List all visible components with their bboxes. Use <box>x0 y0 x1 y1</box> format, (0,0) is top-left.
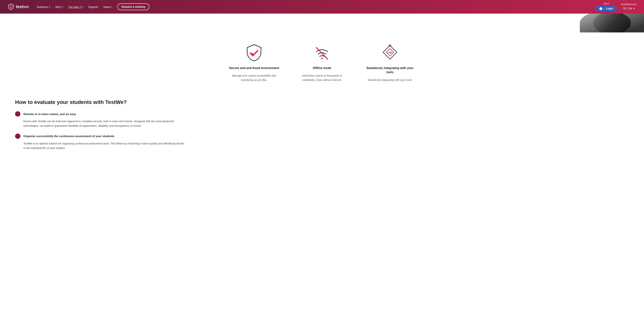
how-item-continuous-desc: TestWe is an optimal solution for organi… <box>15 141 185 150</box>
how-item-remote: Remote or in-class exams, just as easy E… <box>15 111 629 128</box>
lms-integration-icon: LMS <box>380 44 400 63</box>
feature-lms: LMS Seamlessly integrating with your too… <box>364 44 416 82</box>
navbar: testwe Solutions ▾ Why ? For who ? ▾ Sup… <box>0 0 644 13</box>
how-item-remote-title: Remote or in-class exams, just as easy <box>24 112 76 116</box>
how-item-remote-desc: Exams with TestWe can be built and organ… <box>15 119 185 128</box>
chevron-down-icon: ▾ <box>49 6 50 8</box>
shield-check-icon <box>244 44 264 63</box>
navbar-links: Solutions ▾ Why ? For who ? ▾ Support Ne… <box>36 3 596 10</box>
login-icon: ⬤→ <box>599 7 605 10</box>
chevron-down-icon-news: ▾ <box>111 6 112 8</box>
how-item-remote-header: Remote or in-class exams, just as easy <box>15 111 629 117</box>
how-section-title: How to evaluate your students with TestW… <box>15 99 629 105</box>
hero-image <box>580 13 644 32</box>
logo-text: testwe <box>16 4 29 9</box>
logo-icon <box>8 3 14 10</box>
svg-text:LMS: LMS <box>388 51 392 54</box>
nav-why[interactable]: Why ? <box>55 5 64 8</box>
establishments-label: Establishments <box>621 3 636 6</box>
feature-secure-desc: Manage your exams accessibility and moni… <box>228 73 280 82</box>
language-selector[interactable]: 🇬🇧 EN ▾ <box>623 6 634 10</box>
svg-point-0 <box>321 58 323 59</box>
wifi-off-icon <box>312 44 332 63</box>
how-item-continuous-title: Organize successfully the continuous ass… <box>24 134 114 138</box>
chevron-down-icon-lang: ▾ <box>633 7 634 10</box>
request-meeting-button[interactable]: Request a meeting <box>118 3 149 10</box>
navbar-right: Users ⬤→ Login Establishments 🇬🇧 EN ▾ <box>596 2 636 11</box>
nav-news[interactable]: News ▾ <box>104 5 112 8</box>
features-section: Secure and anti-fraud environment Manage… <box>0 32 644 91</box>
how-dot-continuous <box>15 134 20 139</box>
establishments-group: Establishments 🇬🇧 EN ▾ <box>621 3 636 10</box>
how-dot-remote <box>15 111 20 117</box>
hero-image-area <box>0 13 644 32</box>
nav-forwho[interactable]: For who ? ▾ <box>68 5 83 8</box>
how-item-continuous: Organize successfully the continuous ass… <box>15 134 629 150</box>
how-section: How to evaluate your students with TestW… <box>0 92 644 167</box>
feature-offline-title: Offline mode <box>313 66 331 70</box>
feature-offline-desc: Administer exams to thousands of candida… <box>296 73 348 82</box>
users-label: Users <box>603 2 609 5</box>
nav-solutions[interactable]: Solutions ▾ <box>36 5 50 8</box>
logo[interactable]: testwe <box>8 3 29 10</box>
feature-secure: Secure and anti-fraud environment Manage… <box>228 44 280 82</box>
users-group: Users ⬤→ Login <box>596 2 617 11</box>
feature-secure-title: Secure and anti-fraud environment <box>229 66 279 70</box>
chevron-down-icon-forwho: ▾ <box>82 6 83 8</box>
login-button[interactable]: ⬤→ Login <box>596 6 617 11</box>
feature-lms-desc: Seamlessly integrating with your tools. <box>368 78 412 82</box>
flag-icon: 🇬🇧 <box>623 6 627 10</box>
feature-offline: Offline mode Administer exams to thousan… <box>296 44 348 82</box>
how-item-continuous-header: Organize successfully the continuous ass… <box>15 134 629 139</box>
nav-support[interactable]: Support <box>88 5 98 8</box>
feature-lms-title: Seamlessly integrating with your tools <box>364 66 416 74</box>
